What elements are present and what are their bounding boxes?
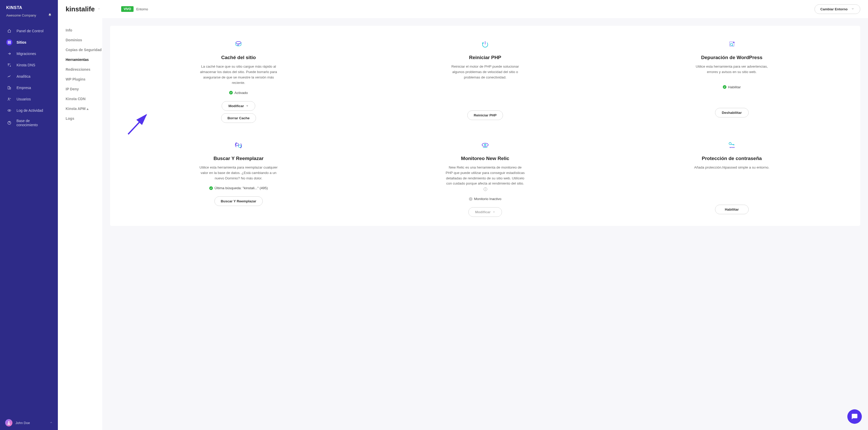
svg-point-20 [729,142,731,145]
site-name: kinstalife [66,5,95,13]
subnav-info[interactable]: Info [66,25,102,35]
user-menu[interactable]: John Doe [0,416,58,430]
svg-point-4 [8,64,9,64]
tool-title: Reiniciar PHP [367,55,603,60]
svg-rect-1 [8,41,11,41]
tool-desc: La caché hace que su sitio cargue más rá… [198,64,278,86]
subnav-redirects[interactable]: Redirecciones [66,65,102,74]
svg-rect-3 [8,43,11,44]
company-name: Awesome Company [6,13,36,17]
tool-desc: Utilice esta herramienta para reemplazar… [198,165,278,181]
apm-badge-icon [87,108,89,110]
svg-point-9 [8,109,11,111]
bug-icon [614,39,850,50]
tool-desc: Añada protección.htpasswd simple a su en… [692,165,772,170]
dns-icon [6,62,12,68]
content-area: Caché del sitio La caché hace que su sit… [102,0,868,430]
nav-analytics[interactable]: Analítica [0,71,58,82]
debug-disable-button[interactable]: Deshabilitar [715,108,749,118]
subnav-backups[interactable]: Copias de Seguridad [66,45,102,55]
subnav-logs[interactable]: Logs [66,113,102,123]
bell-icon[interactable] [48,13,52,18]
svg-rect-2 [8,42,11,42]
php-restart-button[interactable]: Reiniciar PHP [467,110,503,120]
nav-label: Migraciones [17,52,36,56]
nav-users[interactable]: Usuarios [0,93,58,105]
debug-status: Habilitar [614,85,850,89]
status-dot-icon [229,91,233,95]
sites-icon [6,39,12,45]
nav-label: Kinsta DNS [17,63,35,67]
tools-panel: Caché del sitio La caché hace que su sit… [110,26,860,226]
nav-label: Empresa [17,86,31,90]
tool-title: Depuración de WordPress [614,55,850,60]
subnav-plugins[interactable]: WP Plugins [66,74,102,84]
nav-company[interactable]: Empresa [0,82,58,93]
svg-line-21 [128,115,146,134]
chart-icon [6,73,12,79]
svg-point-13 [236,41,241,44]
tool-title: Protección de contraseña [614,156,850,161]
newrelic-modify-button[interactable]: Modificar [468,207,502,217]
cache-icon [120,39,357,50]
chat-widget-button[interactable] [847,409,862,424]
tool-title: Caché del sitio [120,55,357,60]
svg-text:KINSTA: KINSTA [6,5,22,10]
nav-label: Base de conocimiento [17,119,52,127]
tool-cache: Caché del sitio La caché hace que su sit… [120,39,357,124]
svg-point-15 [730,43,733,46]
svg-point-16 [236,143,239,145]
subnav-ipdeny[interactable]: IP Deny [66,84,102,94]
nav-dns[interactable]: Kinsta DNS [0,59,58,71]
svg-point-19 [485,144,486,146]
tool-debug: Depuración de WordPress Utilice esta her… [614,39,850,124]
nav-sites[interactable]: Sitios [0,37,58,48]
svg-rect-7 [9,87,10,89]
status-dot-icon [209,186,213,190]
nav-label: Panel de Control [17,29,43,33]
subnav-domains[interactable]: Dominios [66,35,102,45]
env-label: Entorno [136,7,148,11]
cache-modify-button[interactable]: Modificar [222,101,255,111]
tool-desc: Utilice esta herramienta para ver advert… [692,64,772,75]
svg-point-17 [239,145,241,147]
avatar-icon [5,419,12,426]
nav-dashboard[interactable]: Panel de Control [0,25,58,37]
nav-kb[interactable]: Base de conocimiento [0,116,58,130]
tool-title: Monitoreo New Relic [367,156,603,161]
home-icon [6,28,12,34]
newrelic-status: Monitorio Inactivo [367,197,603,201]
nav-activity[interactable]: Log de Actividad [0,105,58,116]
brand-logo[interactable]: KINSTA [0,0,58,13]
env-switch-label: Cambiar Entorno [820,7,847,11]
svg-point-12 [8,422,9,423]
chevron-down-icon [246,104,249,108]
env-badge: VIVO [121,6,134,12]
subnav-apm[interactable]: Kinsta APM [66,104,102,113]
env-switch-button[interactable]: Cambiar Entorno [814,4,860,14]
main-nav: Panel de Control Sitios Migraciones Kins… [0,23,58,416]
nav-label: Analítica [17,74,30,78]
subnav-cdn[interactable]: Kinsta CDN [66,94,102,104]
nav-migrations[interactable]: Migraciones [0,48,58,59]
password-enable-button[interactable]: Habilitar [715,205,749,214]
eye-icon [6,107,12,113]
svg-rect-6 [8,86,10,89]
cache-clear-button[interactable]: Borrar Cache [221,113,256,123]
search-replace-icon [120,140,357,151]
tool-desc: Reiniciar el motor de PHP puede solucion… [445,64,525,80]
search-replace-button[interactable]: Buscar Y Reemplazar [214,196,263,206]
subnav-tools[interactable]: Herramientas [66,55,102,65]
tool-password: Protección de contraseña Añada protecció… [614,140,850,218]
nav-label: Sitios [17,40,26,44]
users-icon [6,96,12,102]
main-sidebar: KINSTA Awesome Company Panel de Control … [0,0,58,430]
info-icon[interactable]: i [484,187,487,191]
help-icon [6,120,12,126]
building-icon [6,85,12,91]
page-header: kinstalife VIVO Entorno Cambiar Entorno [58,0,868,18]
site-dropdown[interactable] [97,7,100,11]
status-dot-icon [723,85,726,89]
monitor-icon [367,140,603,151]
nav-label: Usuarios [17,97,31,101]
